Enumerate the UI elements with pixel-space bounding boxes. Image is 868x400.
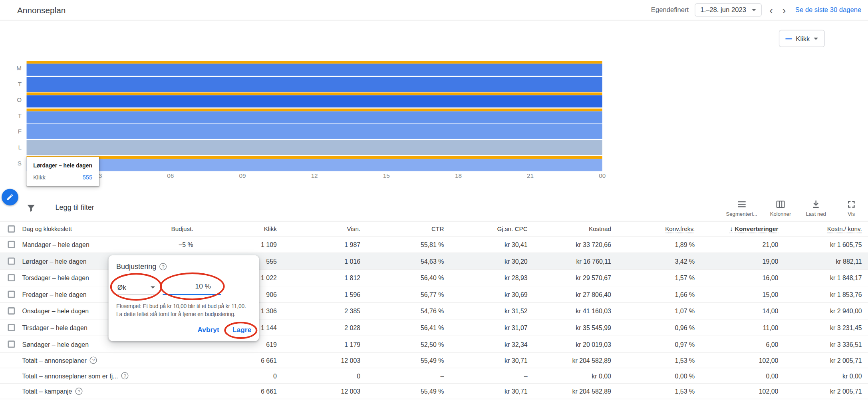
add-filter-button[interactable]: Legg til filter xyxy=(56,203,94,212)
edit-pencil-button[interactable] xyxy=(2,189,18,206)
column-header-8[interactable]: Konv.frekv. xyxy=(617,225,701,232)
chart-day-label: S xyxy=(0,156,27,171)
chevron-down-icon xyxy=(752,9,756,11)
table-cell: 1 109 xyxy=(199,241,283,248)
table-cell: 14,00 xyxy=(701,308,784,314)
row-label: Søndager – hele dagen xyxy=(22,341,89,348)
table-cell: 0 xyxy=(199,372,283,379)
tooltip-metric-value: 555 xyxy=(83,174,92,181)
table-cell: kr 2 005,71 xyxy=(785,388,868,395)
column-header-9[interactable]: ↓Konverteringer xyxy=(701,225,784,232)
chart-day-label: F xyxy=(0,124,27,139)
table-cell: 1 596 xyxy=(283,291,366,298)
table-cell: 6 661 xyxy=(199,357,283,364)
help-icon[interactable]: ? xyxy=(75,388,83,395)
column-header-4[interactable]: Visn. xyxy=(283,225,366,232)
expand-icon xyxy=(846,199,856,209)
chart-bar-accent xyxy=(27,93,602,96)
table-cell: kr 30,41 xyxy=(450,241,534,248)
row-checkbox[interactable] xyxy=(8,274,15,281)
table-cell: 1 179 xyxy=(283,341,366,348)
column-header-7[interactable]: Kostnad xyxy=(534,225,617,232)
table-row: Mandager – hele dagen−5 %1 1091 98755,81… xyxy=(0,237,868,253)
table-toolbar: Legg til filter Segmenteri...KolonnerLas… xyxy=(0,197,868,221)
x-axis-tick: 09 xyxy=(239,172,246,179)
table-cell: kr 0,00 xyxy=(785,372,868,379)
chart-day-label: L xyxy=(0,140,27,155)
help-icon[interactable]: ? xyxy=(90,356,97,364)
chart-bar-tirsdager[interactable] xyxy=(27,77,602,92)
row-label: Onsdager – hele dagen xyxy=(22,308,89,314)
column-header-6[interactable]: Gj.sn. CPC xyxy=(450,225,534,232)
date-range-picker[interactable]: 1.–28. jun 2023 xyxy=(695,3,761,16)
table-cell: kr 1 848,17 xyxy=(785,275,868,281)
chart-bar-søndager[interactable] xyxy=(27,156,602,171)
table-cell: 6 661 xyxy=(199,388,283,395)
adjustment-direction-select[interactable]: Øk xyxy=(116,280,156,295)
chart-bar-mandager[interactable] xyxy=(27,61,602,76)
table-cell: 0,00 xyxy=(701,372,784,379)
chart-bar-onsdager[interactable] xyxy=(27,93,602,107)
adjustment-percent-input[interactable] xyxy=(163,279,221,295)
chart-metric-dropdown[interactable]: Klikk xyxy=(779,30,824,47)
row-checkbox[interactable] xyxy=(8,307,15,314)
chart-bar-accent xyxy=(27,61,602,64)
table-cell: 0,96 % xyxy=(617,324,701,331)
help-icon[interactable]: ? xyxy=(160,263,167,270)
filter-icon[interactable] xyxy=(27,204,36,215)
next-period-button[interactable]: › xyxy=(781,5,787,15)
table-total-row: Totalt – kampanje?6 66112 00355,49 %kr 3… xyxy=(0,384,868,399)
column-header-5[interactable]: CTR xyxy=(366,225,450,232)
table-cell: 1 987 xyxy=(283,241,366,248)
tool-segment[interactable]: Segmenteri... xyxy=(726,199,757,217)
save-button[interactable]: Lagre xyxy=(232,326,251,334)
column-header-2[interactable]: Budjust. xyxy=(116,225,199,232)
previous-period-button[interactable]: ‹ xyxy=(768,5,775,15)
chart-bar-fill xyxy=(27,140,602,155)
table-cell: 52,50 % xyxy=(366,341,450,348)
tooltip-title: Lørdager – hele dagen xyxy=(33,162,92,168)
table-cell: kr 2 940,00 xyxy=(785,308,868,314)
column-header-3[interactable]: Klikk xyxy=(199,225,283,232)
row-checkbox[interactable] xyxy=(8,241,15,248)
table-cell: kr 2 005,71 xyxy=(785,357,868,364)
select-all-checkbox[interactable] xyxy=(8,225,15,232)
chart-bar-accent xyxy=(27,156,602,159)
chart-row-onsdager: O xyxy=(0,93,602,109)
table-cell: kr 32,34 xyxy=(450,341,534,348)
table-cell: – xyxy=(366,372,450,379)
tool-download[interactable]: Last ned xyxy=(804,199,828,217)
tool-expand[interactable]: Vis xyxy=(839,199,864,217)
table-cell: 0 xyxy=(283,372,366,379)
pencil-icon xyxy=(6,193,14,201)
chart-day-label: M xyxy=(0,61,27,76)
table-cell: 1,89 % xyxy=(617,241,701,248)
chart-bar-torsdager[interactable] xyxy=(27,108,602,123)
table-cell: 0,97 % xyxy=(617,341,701,348)
tool-columns[interactable]: Kolonner xyxy=(768,199,793,217)
chart-bar-fredager[interactable] xyxy=(27,124,602,139)
chart-bar-lørdager[interactable] xyxy=(27,140,602,155)
column-header-10[interactable]: Kostn./ konv. xyxy=(785,225,868,232)
table-cell: −5 % xyxy=(116,241,199,248)
help-icon[interactable]: ? xyxy=(121,372,129,379)
row-checkbox[interactable] xyxy=(8,340,15,348)
table-cell: kr 204 582,89 xyxy=(534,357,617,364)
tool-label: Segmenteri... xyxy=(726,211,757,217)
table-cell: kr 31,07 xyxy=(450,324,534,331)
x-axis-tick: 06 xyxy=(167,172,174,179)
table-cell: kr 3 336,51 xyxy=(785,341,868,348)
last-30-days-link[interactable]: Se de siste 30 dagene xyxy=(795,6,862,14)
table-cell: 102,00 xyxy=(701,388,784,395)
row-checkbox[interactable] xyxy=(8,324,15,331)
cancel-button[interactable]: Avbryt xyxy=(197,326,219,334)
table-cell: kr 16 760,11 xyxy=(534,258,617,265)
row-checkbox[interactable] xyxy=(8,257,15,265)
table-cell: kr 204 582,89 xyxy=(534,388,617,395)
row-checkbox[interactable] xyxy=(8,291,15,298)
x-axis-tick: 15 xyxy=(383,172,390,179)
table-cell: 1,53 % xyxy=(617,388,701,395)
column-header-1[interactable]: Dag og klokkeslett xyxy=(22,225,116,232)
table-cell: 2 028 xyxy=(283,324,366,331)
date-range-controls: Egendefinert 1.–28. jun 2023 ‹ › Se de s… xyxy=(651,3,861,16)
